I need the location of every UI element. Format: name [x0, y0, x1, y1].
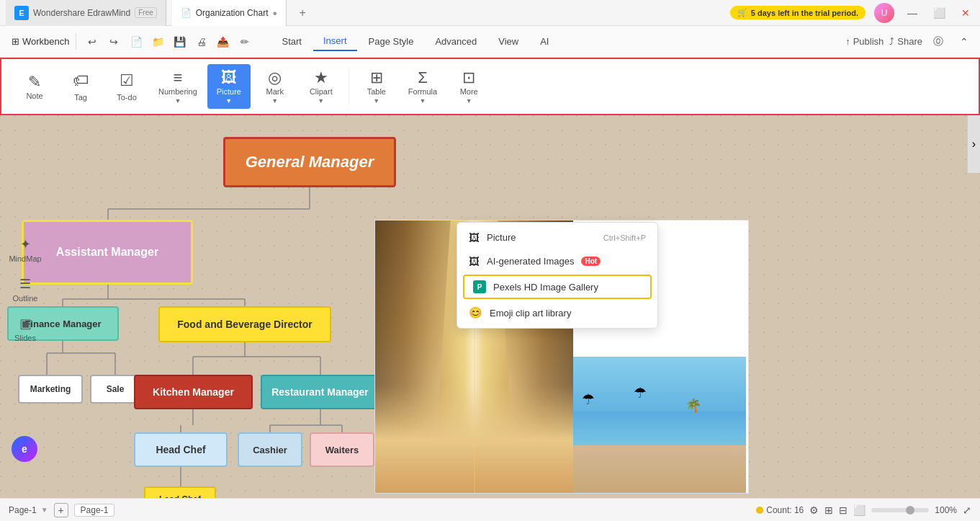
ribbon-note[interactable]: ✎ Note — [13, 68, 56, 104]
node-lead-chef[interactable]: Lead Chef — [144, 486, 216, 498]
menu-view[interactable]: View — [488, 32, 529, 50]
ribbon-table[interactable]: ⊞ Table ▼ — [355, 64, 398, 109]
pexels-icon: P — [473, 280, 486, 293]
cashier-label: Cashier — [253, 445, 287, 455]
minimize-btn[interactable]: — — [903, 6, 922, 20]
trial-text: 5 days left in the trial period. — [751, 9, 858, 17]
share-btn[interactable]: ⤴ Share — [889, 36, 922, 47]
menu-ai[interactable]: AI — [530, 32, 559, 50]
open-btn[interactable]: 📁 — [148, 32, 168, 52]
todo-icon: ☑ — [120, 71, 134, 90]
print-btn[interactable]: 🖨 — [192, 32, 212, 52]
todo-label: To-do — [117, 93, 137, 102]
numbering-icon: ≡ — [173, 68, 182, 87]
ribbon-picture[interactable]: 🖼 Picture ▼ — [207, 64, 251, 109]
edraw-logo-text: e — [22, 443, 27, 455]
ribbon-numbering[interactable]: ≡ Numbering ▼ — [151, 64, 204, 109]
sale-label: Sale — [107, 384, 125, 394]
ribbon-tag[interactable]: 🏷 Tag — [59, 67, 102, 106]
fit-screen-btn[interactable]: ⤢ — [963, 504, 971, 516]
edraw-logo: e — [12, 436, 37, 462]
sidebar-outline[interactable]: ☰ Outline — [0, 270, 50, 308]
main-toolbar: ⊞ Workbench ↩ ↪ 📄 📁 💾 🖨 📤 ✏ Start Insert… — [0, 26, 980, 58]
insert-ribbon: ✎ Note 🏷 Tag ☑ To-do ≡ Numbering ▼ 🖼 Pic… — [0, 58, 980, 115]
right-collapse-btn[interactable]: › — [967, 115, 980, 173]
title-bar: E Wondershare EdrawMind Free 📄 Organizat… — [0, 0, 980, 26]
numbering-arrow: ▼ — [174, 97, 181, 104]
share-label: Share — [897, 36, 922, 47]
food-beverage-label: Food and Beverage Director — [177, 319, 313, 330]
count-label: Count: 16 — [766, 505, 804, 515]
zoom-label: 100% — [935, 505, 957, 515]
node-kitchen-manager[interactable]: Kitchen Manager — [134, 375, 253, 409]
close-btn[interactable]: ✕ — [957, 6, 974, 20]
dropdown-ai-images[interactable]: 🖼 AI-generated Images Hot — [457, 249, 657, 273]
maximize-btn[interactable]: ⬜ — [929, 6, 950, 20]
tab-edrawmind[interactable]: E Wondershare EdrawMind Free — [6, 0, 166, 26]
window-controls: — ⬜ ✕ — [903, 6, 974, 20]
mark-icon: ◎ — [268, 68, 282, 87]
sidebar-slides[interactable]: ▣ Slides — [0, 310, 50, 348]
node-restaurant-manager[interactable]: Restaurant Manager — [261, 375, 379, 409]
formula-label: Formula — [408, 87, 437, 96]
page-dropdown-arrow[interactable]: ▼ — [41, 506, 48, 514]
menu-start[interactable]: Start — [272, 32, 312, 50]
save-btn[interactable]: 💾 — [170, 32, 190, 52]
outline-label: Outline — [13, 294, 38, 303]
table-arrow: ▼ — [373, 97, 379, 104]
publish-btn[interactable]: ↑ Publish — [845, 36, 884, 47]
node-waiters[interactable]: Waiters — [310, 432, 374, 467]
tab-close-btn[interactable]: ● — [272, 9, 277, 17]
tab-org-chart[interactable]: 📄 Organization Chart ● — [172, 0, 287, 26]
status-icon-3[interactable]: ⊟ — [839, 504, 848, 516]
ribbon-clipart[interactable]: ★ Clipart ▼ — [300, 64, 343, 109]
clipart-label: Clipart — [310, 87, 333, 96]
picture-item-icon: 🖼 — [469, 231, 480, 244]
slides-icon: ▣ — [19, 316, 32, 331]
toolbar-right: ↑ Publish ⤴ Share ⓪ ⌃ — [845, 32, 974, 52]
head-chef-label: Head Chef — [156, 444, 205, 455]
user-avatar[interactable]: U — [874, 3, 894, 23]
formula-icon: Σ — [418, 68, 428, 87]
collapse-btn[interactable]: ⌃ — [954, 32, 974, 52]
main-canvas[interactable]: ✦ MindMap ☰ Outline ▣ Slides — [0, 115, 980, 498]
add-page-btn[interactable]: + — [54, 503, 68, 517]
export-btn[interactable]: 📤 — [213, 32, 233, 52]
ribbon-mark[interactable]: ◎ Mark ▼ — [253, 64, 297, 109]
node-head-chef[interactable]: Head Chef — [134, 432, 228, 467]
dropdown-pexels[interactable]: P Pexels HD Image Gallery — [463, 275, 652, 299]
ribbon-todo[interactable]: ☑ To-do — [105, 67, 148, 106]
help-btn[interactable]: ⓪ — [928, 32, 948, 52]
node-marketing[interactable]: Marketing — [18, 375, 83, 404]
right-collapse-icon: › — [972, 138, 976, 151]
menu-page-style[interactable]: Page Style — [359, 32, 424, 50]
redo-btn[interactable]: ↪ — [104, 32, 124, 52]
ribbon-formula[interactable]: Σ Formula ▼ — [401, 64, 444, 109]
undo-btn[interactable]: ↩ — [82, 32, 102, 52]
edit-btn[interactable]: ✏ — [235, 32, 255, 52]
picture-arrow: ▼ — [225, 97, 232, 104]
node-food-beverage[interactable]: Food and Beverage Director — [158, 306, 331, 342]
status-icon-2[interactable]: ⊞ — [824, 504, 833, 516]
general-manager-label: General Manager — [246, 153, 374, 172]
menu-insert[interactable]: Insert — [313, 32, 357, 51]
node-cashier[interactable]: Cashier — [238, 432, 302, 467]
note-label: Note — [26, 92, 42, 100]
sidebar-mindmap[interactable]: ✦ MindMap — [0, 231, 50, 269]
clipart-arrow: ▼ — [318, 97, 324, 104]
menu-advanced[interactable]: Advanced — [425, 32, 487, 50]
page-tab-name[interactable]: Page-1 — [74, 504, 115, 517]
status-icon-1[interactable]: ⚙ — [809, 504, 819, 516]
ribbon-more[interactable]: ⊡ More ▼ — [447, 64, 490, 109]
status-icon-4[interactable]: ⬜ — [853, 504, 866, 516]
node-sale[interactable]: Sale — [90, 375, 140, 404]
zoom-slider[interactable] — [871, 508, 929, 512]
dropdown-emoji[interactable]: 😊 Emoji clip art library — [457, 300, 657, 325]
dropdown-picture[interactable]: 🖼 Picture Ctrl+Shift+P — [457, 226, 657, 249]
new-btn[interactable]: 📄 — [127, 32, 147, 52]
node-general-manager[interactable]: General Manager — [223, 137, 396, 187]
tab-add-btn[interactable]: + — [292, 3, 313, 23]
picture-icon: 🖼 — [221, 68, 237, 87]
ai-images-label: AI-generated Images — [487, 256, 574, 267]
workbench-btn[interactable]: ⊞ Workbench — [6, 33, 76, 50]
